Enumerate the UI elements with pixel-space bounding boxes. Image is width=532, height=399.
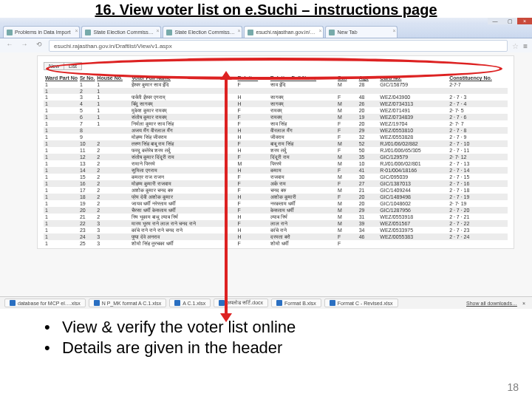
cell-rel: H [236, 100, 269, 107]
col-sex: Sex [336, 75, 358, 81]
col-house: House No. [95, 75, 130, 81]
cell-wp: 1 [44, 194, 78, 200]
cell-age: 29 [358, 207, 379, 214]
cell-sex: M [336, 227, 358, 233]
cell-age: 28 [358, 81, 379, 88]
cell-vn: अजय मैंग वीरलाल मैंग [130, 127, 236, 134]
cell-age: 30 [358, 174, 379, 180]
url-text[interactable]: esuchi.rajasthan.gov.in/Draftlist/View/v… [49, 40, 508, 52]
cell-wp: 1 [44, 107, 78, 114]
cell-hn [95, 134, 130, 140]
chrome-menu-icon[interactable]: ≡ [523, 42, 528, 50]
cell-sex: F [336, 167, 358, 174]
cell-sex: F [336, 240, 358, 247]
cell-wp: 1 [44, 220, 78, 227]
cell-sr: 9 [78, 134, 95, 140]
forward-button[interactable]: → [19, 41, 30, 51]
window-minimize-button[interactable]: — [488, 18, 502, 24]
table-row: 1172अशोक कुमार चनद बरुFचनद बरुM21GIC/140… [44, 187, 508, 194]
cell-sr: 11 [78, 147, 95, 154]
cell-wp: 1 [44, 200, 78, 207]
cell-rel: F [236, 180, 269, 187]
browser-tab[interactable]: State Election Commiss…× [81, 26, 161, 38]
show-all-downloads[interactable]: Show all downloads… [466, 301, 517, 306]
cell-rel: H [236, 127, 269, 134]
cell-rel: F [236, 174, 269, 180]
tab-label: State Election Commiss… [174, 30, 234, 35]
cell-vn: रामाने पिररमे [130, 160, 236, 167]
cell-rfn: कांचे राने [269, 227, 336, 233]
table-row: 1122संतोष कुमार दिंदूरी रामFदिंदूरी रामM… [44, 154, 508, 160]
file-icon [10, 300, 16, 306]
download-item[interactable]: अपलोड सर्टि.docx [214, 299, 268, 307]
table-row: 151मुकेश कुमार रामवम्Fरामवम्M20WEZ/07149… [44, 107, 508, 114]
cell-cno: 2 · 7 · 9 [448, 134, 508, 140]
cell-rel: H [236, 194, 269, 200]
browser-tab[interactable]: esuchi.rajasthan.gov.in/…× [244, 26, 324, 38]
cell-sr: 3 [78, 94, 95, 100]
cell-cno: 2 · 7 · 24 [448, 233, 508, 240]
bullet-text: Details are given in the header [62, 338, 282, 358]
cell-wp: 1 [44, 100, 78, 107]
window-close-button[interactable]: × [517, 18, 532, 24]
bookmark-star-icon[interactable]: ☆ [512, 42, 519, 50]
cell-sr: 14 [78, 167, 95, 174]
cell-hn: 3 [95, 220, 130, 227]
col-age: Age [358, 75, 379, 81]
cell-sex: F [336, 147, 358, 154]
cell-sex: M [336, 140, 358, 147]
browser-tab[interactable]: Problems in Data Import× [3, 26, 80, 38]
download-item[interactable]: database for MCP el….xlsx [4, 299, 86, 307]
file-icon [219, 300, 225, 306]
download-filename: Format B.xlsx [284, 301, 316, 306]
cell-vn: तरुण सिंह बाबू राम सिंह [130, 140, 236, 147]
cell-vn: मारम भूरम राने लाल राने चनद राने [130, 220, 236, 227]
cell-wp: 1 [44, 160, 78, 167]
cell-sex: M [336, 154, 358, 160]
view-tab-new[interactable]: New [44, 62, 64, 70]
download-item[interactable]: Format B.xlsx [271, 299, 321, 307]
cell-rel: F [236, 200, 269, 207]
browser-tab[interactable]: New Tab× [325, 26, 398, 38]
download-filename: N P_MK format A C.1.xlsx [102, 301, 162, 306]
tab-close-icon[interactable]: × [237, 28, 240, 33]
tab-close-icon[interactable]: × [156, 28, 159, 33]
cell-rel [236, 88, 269, 94]
tab-close-icon[interactable]: × [75, 28, 78, 33]
cell-age: 26 [358, 100, 379, 107]
cell-cno: 2 · 7 · 10 [448, 140, 508, 147]
cell-cno: 2 · 7 · 4 [448, 100, 508, 107]
view-tab-list[interactable]: List [64, 62, 82, 70]
download-item[interactable]: N P_MK format A C.1.xlsx [89, 299, 167, 307]
table-row: 1233कांचे राने राने राने चनद रानेHकांचे … [44, 227, 508, 233]
back-button[interactable]: ← [4, 41, 15, 51]
tab-close-icon[interactable]: × [318, 28, 321, 33]
bullet-text: View & verify the voter list online [62, 318, 296, 337]
cell-rfn: लाल राने [269, 220, 336, 227]
cell-card [378, 88, 448, 94]
download-filename: अपलोड सर्टि.docx [227, 300, 263, 306]
cell-rel: M [236, 160, 269, 167]
cell-rfn: जीवराम [269, 134, 336, 140]
cell-vn: फरदु कतेरेब शरम तर्दु [130, 147, 236, 154]
cell-sex: M [336, 187, 358, 194]
tab-close-icon[interactable]: × [392, 28, 395, 33]
cell-sr: 2 [78, 88, 95, 94]
download-item[interactable]: A C.1.xlsx [169, 299, 211, 307]
cell-hn: 2 [95, 154, 130, 160]
cell-rfn: वीरलाल मैंग [269, 127, 336, 134]
cell-cno: 2 · 7 · 11 [448, 147, 508, 154]
cell-rel: H [236, 134, 269, 140]
file-icon [330, 300, 335, 306]
cell-hn: 1 [95, 120, 130, 127]
window-maximize-button[interactable]: ▢ [502, 18, 517, 24]
cell-rel: H [236, 167, 269, 174]
cell-cno: 2 · 7 · 14 [448, 167, 508, 174]
browser-tab[interactable]: State Election Commiss…× [163, 26, 242, 38]
col-sr: Sr No. [78, 75, 95, 81]
reload-button[interactable]: ⟲ [34, 41, 44, 51]
table-row: 141बिंदु सागवम्Hसागवम्M26WEZ/07343132 · … [44, 100, 508, 107]
download-item[interactable]: Format C - Revised.xlsx [324, 299, 398, 307]
cell-rel: F [236, 207, 269, 214]
download-bar-close[interactable]: × [520, 301, 528, 306]
